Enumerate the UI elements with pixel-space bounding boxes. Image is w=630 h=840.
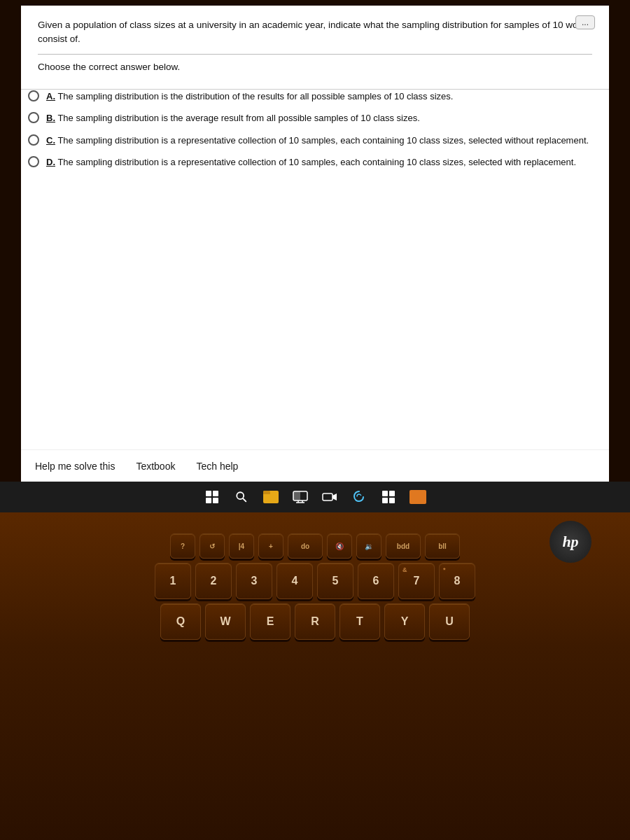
- camera-button[interactable]: [318, 486, 341, 508]
- screen-inner: Given a population of class sizes at a u…: [21, 6, 609, 482]
- key-3[interactable]: 3: [236, 563, 272, 599]
- grid-icon: [382, 490, 396, 504]
- screen-bottom-bar: Help me solve this Textbook Tech help: [21, 449, 609, 482]
- windows-logo-icon: [206, 491, 218, 503]
- radio-a[interactable]: [28, 90, 39, 102]
- folder-icon: [263, 491, 279, 503]
- key-u[interactable]: U: [429, 603, 470, 640]
- files-button[interactable]: [407, 486, 429, 508]
- letter-key-row: Q W E R T Y U: [14, 603, 616, 640]
- monitor-icon: [293, 491, 308, 503]
- choice-a[interactable]: A. The sampling distribution is the dist…: [28, 90, 602, 104]
- windows-button[interactable]: [201, 486, 223, 508]
- key-t[interactable]: T: [340, 603, 380, 640]
- key-f2[interactable]: ↺: [200, 533, 225, 559]
- taskbar: [0, 482, 630, 512]
- svg-rect-9: [382, 491, 388, 496]
- edge-icon: [351, 489, 367, 505]
- choice-d[interactable]: D. The sampling distribution is a repres…: [28, 155, 602, 169]
- svg-rect-3: [293, 491, 300, 500]
- key-2[interactable]: 2: [195, 563, 232, 599]
- choice-b-label: B.: [46, 113, 55, 123]
- svg-line-1: [243, 498, 246, 501]
- key-5[interactable]: 5: [317, 563, 354, 599]
- search-icon: [235, 491, 248, 503]
- textbook-link[interactable]: Textbook: [136, 461, 175, 472]
- radio-b[interactable]: [28, 112, 39, 123]
- key-f7[interactable]: 🔇: [327, 533, 352, 559]
- key-f1[interactable]: ?: [170, 533, 195, 559]
- question-text: Given a population of class sizes at a u…: [38, 18, 592, 47]
- key-f4[interactable]: |4: [229, 533, 254, 559]
- taskbar-center: [201, 486, 429, 508]
- key-w[interactable]: W: [205, 603, 246, 640]
- svg-rect-12: [389, 498, 395, 503]
- edge-button[interactable]: [348, 486, 370, 508]
- svg-rect-11: [382, 498, 388, 503]
- choice-c-label: C.: [46, 135, 55, 146]
- choice-b[interactable]: B. The sampling distribution is the aver…: [28, 111, 602, 125]
- key-1[interactable]: 1: [155, 563, 191, 599]
- choice-a-text: A. The sampling distribution is the dist…: [46, 90, 453, 104]
- key-f9[interactable]: bdd: [386, 533, 421, 559]
- answer-choices: A. The sampling distribution is the dist…: [21, 90, 609, 169]
- choice-d-text: D. The sampling distribution is a repres…: [46, 155, 576, 169]
- number-key-row: 1 2 3 4 5 6 & 7 * 8: [14, 563, 616, 599]
- key-q[interactable]: Q: [160, 603, 201, 640]
- svg-marker-8: [332, 493, 337, 500]
- key-f5[interactable]: +: [258, 533, 284, 559]
- key-8[interactable]: * 8: [439, 563, 475, 599]
- key-f8[interactable]: 🔉: [356, 533, 382, 559]
- choice-d-label: D.: [46, 157, 55, 167]
- tech-help-link[interactable]: Tech help: [196, 461, 238, 472]
- key-6[interactable]: 6: [358, 563, 394, 599]
- choice-c[interactable]: C. The sampling distribution is a repres…: [28, 134, 602, 148]
- key-4[interactable]: 4: [276, 563, 313, 599]
- key-f6[interactable]: do: [288, 533, 323, 559]
- camera-icon: [322, 491, 337, 503]
- apps-button[interactable]: [377, 486, 400, 508]
- svg-rect-10: [389, 491, 395, 496]
- help-solve-link[interactable]: Help me solve this: [35, 461, 115, 472]
- choose-label: Choose the correct answer below.: [38, 62, 592, 72]
- file-manager-button[interactable]: [260, 486, 282, 508]
- key-y[interactable]: Y: [384, 603, 425, 640]
- choice-a-label: A.: [46, 91, 55, 102]
- key-f10[interactable]: bll: [425, 533, 460, 559]
- screen-bezel: Given a population of class sizes at a u…: [0, 0, 630, 482]
- files-folder-icon: [410, 490, 426, 504]
- key-r[interactable]: R: [295, 603, 335, 640]
- display-button[interactable]: [289, 486, 312, 508]
- radio-c[interactable]: [28, 134, 39, 146]
- question-area: Given a population of class sizes at a u…: [21, 6, 609, 90]
- more-options-button[interactable]: ...: [575, 15, 595, 29]
- svg-rect-7: [323, 493, 332, 500]
- search-button[interactable]: [230, 486, 253, 508]
- laptop-body: hp ? ↺ |4 + do 🔇 🔉 bdd bll 1 2 3: [0, 512, 630, 840]
- keyboard-section: ? ↺ |4 + do 🔇 🔉 bdd bll 1 2 3 4: [14, 533, 616, 644]
- function-key-row: ? ↺ |4 + do 🔇 🔉 bdd bll: [14, 533, 616, 559]
- key-7[interactable]: & 7: [398, 563, 435, 599]
- key-e[interactable]: E: [250, 603, 290, 640]
- choice-c-text: C. The sampling distribution is a repres…: [46, 134, 589, 148]
- radio-d[interactable]: [28, 156, 39, 167]
- choice-b-text: B. The sampling distribution is the aver…: [46, 111, 420, 125]
- divider: [38, 54, 592, 55]
